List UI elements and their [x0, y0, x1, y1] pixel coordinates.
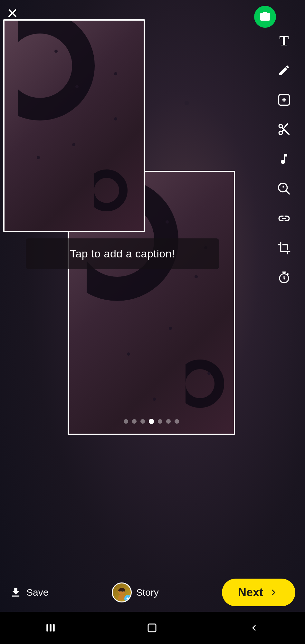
home-nav-icon[interactable] — [146, 622, 158, 634]
timer-tool-icon[interactable] — [276, 269, 292, 286]
caption-text: Tap to add a caption! — [70, 247, 175, 260]
page-dot-2 — [140, 419, 145, 424]
caption-bar[interactable]: Tap to add a caption! — [26, 238, 219, 269]
android-nav-bar — [0, 612, 305, 644]
svg-rect-23 — [148, 624, 156, 632]
crop-tool-icon[interactable] — [276, 240, 292, 256]
page-dot-4 — [158, 419, 162, 424]
close-button[interactable]: ✕ — [6, 6, 18, 21]
page-dot-5 — [166, 419, 171, 424]
page-dot-1 — [132, 419, 137, 424]
story-avatar: + — [112, 582, 132, 602]
svg-rect-20 — [46, 624, 48, 632]
svg-rect-21 — [50, 624, 52, 632]
story-plus-icon: + — [124, 595, 131, 602]
save-icon — [10, 586, 22, 599]
frame1-dots — [5, 21, 144, 231]
recents-nav-icon[interactable] — [45, 622, 56, 633]
svg-rect-22 — [53, 624, 55, 632]
next-arrow-icon — [268, 587, 279, 598]
text-tool-icon[interactable]: T — [276, 32, 292, 49]
next-label: Next — [238, 586, 263, 599]
bottom-bar: Save + Story Next — [0, 573, 305, 612]
page-dots — [124, 419, 179, 424]
svg-line-13 — [286, 191, 290, 195]
camera-svg — [259, 11, 271, 23]
pen-tool-icon[interactable] — [276, 62, 292, 79]
lens-search-icon[interactable] — [276, 180, 292, 197]
svg-point-15 — [287, 273, 289, 275]
page-dot-3-active — [149, 419, 154, 424]
save-button[interactable]: Save — [10, 586, 48, 599]
right-toolbar: T — [273, 32, 295, 286]
photo-frame-1[interactable] — [3, 19, 145, 232]
link-tool-icon[interactable] — [276, 210, 292, 227]
page-dot-0 — [124, 419, 128, 424]
camera-icon[interactable] — [254, 6, 276, 28]
scissors-tool-icon[interactable] — [276, 121, 292, 138]
next-button[interactable]: Next — [222, 579, 295, 606]
story-button[interactable]: + Story — [112, 582, 159, 602]
save-label: Save — [26, 587, 48, 598]
page-dot-6 — [175, 419, 179, 424]
music-tool-icon[interactable] — [276, 151, 292, 168]
story-label: Story — [136, 587, 159, 598]
back-nav-icon[interactable] — [248, 622, 260, 634]
sticker-tool-icon[interactable] — [276, 91, 292, 108]
